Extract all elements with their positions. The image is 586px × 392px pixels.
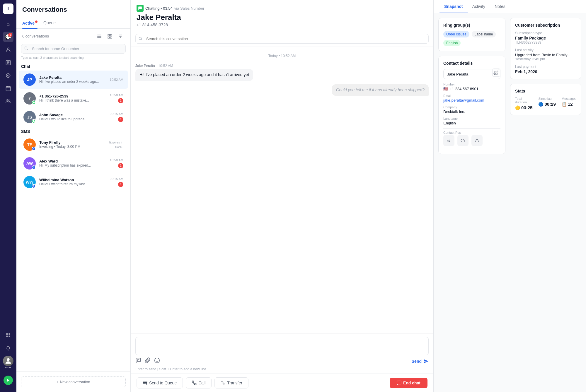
last-payment-section: Last payment Feb 1, 2020 <box>515 65 576 74</box>
emoji-icon[interactable] <box>154 357 160 365</box>
right-panel-content: Ring group(s) Order Issues Label name En… <box>434 13 586 159</box>
tab-activity[interactable]: Activity <box>468 0 490 13</box>
nav-calendar[interactable] <box>3 83 13 94</box>
nav-bell[interactable] <box>3 343 13 353</box>
chat-search-input[interactable] <box>135 34 429 44</box>
stat-icon: 🔵 <box>538 102 543 107</box>
tab-queue[interactable]: Queue <box>43 18 56 28</box>
conv-item-john-savage[interactable]: JS John Savage Hello! I would like to up… <box>19 108 128 126</box>
nav-groups[interactable] <box>3 96 13 107</box>
stat-label: Since last <box>538 97 556 100</box>
conv-info: Wilhelmina Watson Hello! I want to retur… <box>39 178 106 186</box>
chat-header: Chatting • 03:54 via Sales Number Jake P… <box>131 0 433 31</box>
contact-details-title: Contact details <box>443 61 500 66</box>
field-value: Desktalk Inc. <box>443 109 500 114</box>
user-avatar[interactable] <box>3 356 13 366</box>
send-button[interactable]: Send <box>412 359 429 364</box>
grid-view-btn[interactable] <box>106 32 114 40</box>
nav-home[interactable]: ⌂ <box>3 19 13 29</box>
last-activity-section: Last activity Upgraded from Basic to Fam… <box>515 48 576 61</box>
chat-status-text: Chatting • 03:54 <box>145 6 173 11</box>
chat-input-container[interactable] <box>135 337 429 355</box>
chat-input-area: Send Enter to send | Shift + Enter to ad… <box>131 333 433 374</box>
unread-badge: 1 <box>118 98 123 103</box>
svg-point-6 <box>8 75 9 76</box>
conv-item-unknown[interactable]: ? +1 361-726-2539 Hi! I think there was … <box>19 89 128 107</box>
chat-search-area <box>131 31 433 47</box>
conv-meta: 10:50 AM 1 <box>110 93 123 103</box>
pop-icon-zendesk[interactable] <box>471 135 483 146</box>
contact-field-company: Company Desktalk Inc. <box>443 105 500 114</box>
status-indicator[interactable] <box>4 376 13 385</box>
chat-via-text: via Sales Number <box>174 6 205 11</box>
app-logo: T <box>3 4 13 14</box>
avatar: TF S <box>23 138 36 151</box>
svg-rect-38 <box>143 381 147 382</box>
conv-item-jake-peralta[interactable]: JP Jake Peralta Hi! I've placed an order… <box>19 71 128 89</box>
filter-btn[interactable] <box>116 32 125 40</box>
number-value: +1 234 567 8901 <box>450 87 478 91</box>
conv-preview: Invoicing • Today, 3:00 PM <box>39 145 106 149</box>
message-incoming: Jake Peralta 10:52 AM Hi! I've placed an… <box>135 64 253 81</box>
avatar: AW S <box>23 157 36 170</box>
conv-name: +1 361-726-2539 <box>39 94 106 98</box>
contact-pop-label: Contact pop <box>443 131 500 134</box>
svg-point-31 <box>139 37 141 39</box>
sidebar: Conversations Active Queue 6 conversatio… <box>16 0 131 392</box>
sidebar-title: Conversations <box>22 6 125 13</box>
svg-point-29 <box>25 47 27 49</box>
conv-meta: 10:50 AM 1 <box>110 158 123 168</box>
tab-active[interactable]: Active <box>22 18 38 28</box>
nav-conversations[interactable]: 💬 1 <box>3 32 13 42</box>
conv-time: 10:50 AM <box>110 93 123 97</box>
chat-input[interactable] <box>139 340 425 352</box>
stat-since-last: Since last 🔵 00:29 <box>538 97 556 110</box>
conv-name: Tony Firefly <box>39 140 106 145</box>
conv-info: Jake Peralta Hi! I've placed an order 2 … <box>39 75 106 84</box>
conv-meta: 10:52 AM <box>110 78 123 81</box>
conv-meta: 09:15 AM 1 <box>110 177 123 187</box>
svg-point-0 <box>7 48 9 50</box>
sms-section-label: SMS <box>16 127 130 135</box>
pop-icon-cloud[interactable] <box>457 135 469 146</box>
email-link[interactable]: jake.peralta@gmail.com <box>443 98 484 102</box>
conv-item-wilhelmina-watson[interactable]: WW S Wilhelmina Watson Hello! I want to … <box>19 173 128 191</box>
nav-contacts[interactable] <box>3 44 13 55</box>
unread-badge: 1 <box>118 182 123 187</box>
sidebar-tabs: Active Queue <box>16 18 130 29</box>
stats-card: Stats Total duration 🟡 03:25 Since last … <box>510 84 581 115</box>
sub-id: TLN3662773989 <box>515 40 576 44</box>
nav-analytics[interactable] <box>3 70 13 81</box>
conv-item-tony-firefly[interactable]: TF S Tony Firefly Invoicing • Today, 3:0… <box>19 136 128 154</box>
main-chat-area: Chatting • 03:54 via Sales Number Jake P… <box>131 0 434 392</box>
sidebar-header: Conversations Active Queue <box>16 0 130 29</box>
contact-select[interactable]: Jake Peralta <box>443 69 500 79</box>
whatsapp-badge <box>32 100 36 105</box>
end-chat-button[interactable]: End chat <box>390 378 427 388</box>
attachment-icon[interactable] <box>145 357 151 365</box>
list-view-btn[interactable] <box>95 32 103 40</box>
sms-badge: S <box>32 147 36 151</box>
send-to-queue-button[interactable]: Send to Queue <box>137 377 183 388</box>
field-value: English <box>443 121 500 125</box>
tab-notes[interactable]: Notes <box>490 0 510 13</box>
tab-snapshot[interactable]: Snapshot <box>440 0 468 13</box>
conv-meta: Expires in 04:49 <box>109 141 123 149</box>
search-input[interactable] <box>21 44 126 54</box>
new-conversation-button[interactable]: + New conversation <box>21 376 126 387</box>
svg-rect-13 <box>6 333 8 335</box>
pop-icon-td[interactable]: td <box>443 135 454 146</box>
ring-tag-label-name: Label name <box>472 31 496 37</box>
svg-rect-7 <box>6 86 11 91</box>
transfer-button[interactable]: Transfer <box>214 377 248 388</box>
conv-item-alex-ward[interactable]: AW S Alex Ward Hi! My subscription has e… <box>19 154 128 172</box>
conv-preview: Hello! I would like to upgrade... <box>39 117 106 121</box>
chat-bottom-bar: Send to Queue Call Transfer End chat <box>131 374 433 392</box>
chat-search-icon <box>138 36 142 41</box>
nav-grid[interactable] <box>3 330 13 340</box>
nav-tasks[interactable] <box>3 57 13 68</box>
quick-reply-icon[interactable] <box>135 357 141 365</box>
field-value: jake.peralta@gmail.com <box>443 98 500 102</box>
call-button[interactable]: Call <box>186 377 212 388</box>
sub-type-value: Family Package <box>515 36 576 40</box>
